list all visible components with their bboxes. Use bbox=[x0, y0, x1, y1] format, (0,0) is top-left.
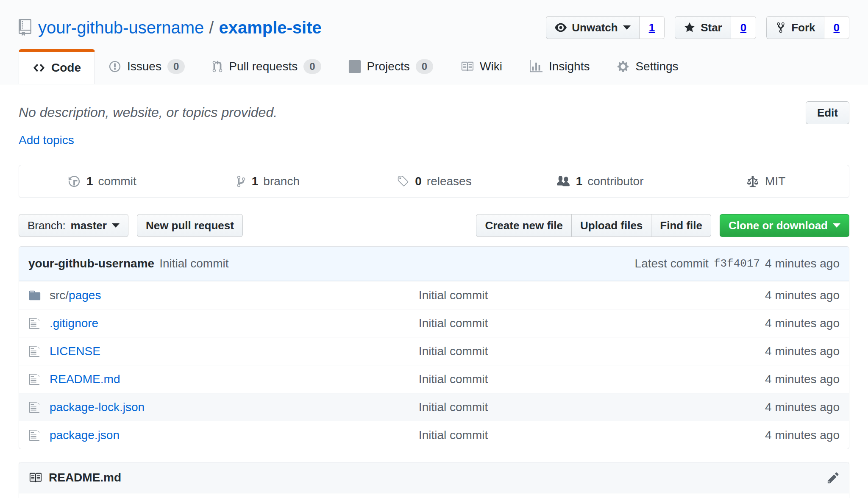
commit-sha-link[interactable]: f3f4017 bbox=[714, 257, 760, 270]
fork-count[interactable]: 0 bbox=[824, 16, 849, 39]
table-row: README.md Initial commit 4 minutes ago bbox=[19, 365, 849, 393]
tab-pull-requests[interactable]: Pull requests 0 bbox=[198, 49, 334, 84]
unwatch-button[interactable]: Unwatch bbox=[546, 16, 639, 39]
tab-insights[interactable]: Insights bbox=[516, 49, 604, 84]
fork-button[interactable]: Fork bbox=[766, 16, 824, 39]
table-row: package-lock.json Initial commit 4 minut… bbox=[19, 393, 849, 421]
commit-message-link[interactable]: Initial commit bbox=[419, 428, 488, 442]
commit-author-link[interactable]: your-github-username bbox=[28, 257, 154, 270]
commit-message-link[interactable]: Initial commit bbox=[419, 345, 488, 358]
chevron-down-icon bbox=[833, 223, 840, 228]
unwatch-label: Unwatch bbox=[572, 22, 618, 33]
law-icon bbox=[746, 175, 759, 188]
file-icon bbox=[28, 317, 50, 330]
commit-message-link[interactable]: Initial commit bbox=[419, 373, 488, 386]
projects-count-badge: 0 bbox=[416, 59, 433, 74]
branches-stat[interactable]: 1 branch bbox=[185, 165, 351, 198]
commit-message-link[interactable]: Initial commit bbox=[419, 317, 488, 330]
file-link[interactable]: LICENSE bbox=[50, 345, 100, 358]
tab-wiki[interactable]: Wiki bbox=[447, 49, 516, 84]
pull-request-icon bbox=[212, 60, 223, 73]
tab-issues-label: Issues bbox=[127, 60, 161, 73]
add-topics-link[interactable]: Add topics bbox=[19, 134, 74, 147]
file-age: 4 minutes ago bbox=[712, 345, 840, 358]
gear-icon bbox=[617, 60, 629, 73]
find-file-button[interactable]: Find file bbox=[651, 214, 711, 237]
readme-section: README.md bbox=[19, 462, 849, 498]
tag-icon bbox=[396, 175, 409, 188]
pencil-icon[interactable] bbox=[827, 471, 840, 484]
file-link[interactable]: README.md bbox=[50, 373, 120, 386]
edit-button[interactable]: Edit bbox=[806, 101, 849, 124]
folder-path-prefix: src/ bbox=[50, 289, 69, 302]
star-count[interactable]: 0 bbox=[731, 16, 756, 39]
project-icon bbox=[348, 60, 361, 73]
file-table: your-github-username Initial commit Late… bbox=[19, 246, 849, 449]
repo-icon bbox=[19, 19, 31, 36]
tab-issues[interactable]: Issues 0 bbox=[95, 49, 198, 84]
file-age: 4 minutes ago bbox=[712, 289, 840, 302]
repo-stats-bar: 1 commit 1 branch 0 releases 1 contribut… bbox=[19, 165, 849, 198]
fork-icon bbox=[775, 22, 786, 33]
repo-description: No description, website, or topics provi… bbox=[19, 101, 277, 120]
commits-label: commit bbox=[98, 175, 136, 188]
commit-message-link[interactable]: Initial commit bbox=[419, 289, 488, 302]
branch-prefix-label: Branch: bbox=[28, 220, 66, 231]
branches-label: branch bbox=[263, 175, 300, 188]
file-link[interactable]: pages bbox=[69, 289, 101, 302]
book-icon bbox=[460, 60, 474, 73]
commit-time: 4 minutes ago bbox=[765, 257, 840, 270]
releases-label: releases bbox=[427, 175, 472, 188]
upload-files-button[interactable]: Upload files bbox=[571, 214, 651, 237]
file-actions-group: Create new file Upload files Find file bbox=[476, 214, 711, 237]
folder-icon bbox=[28, 289, 50, 302]
branch-select-button[interactable]: Branch: master bbox=[19, 214, 128, 237]
repo-social-actions: Unwatch 1 Star 0 bbox=[546, 16, 849, 39]
commits-stat[interactable]: 1 commit bbox=[19, 165, 185, 198]
code-icon bbox=[33, 61, 45, 74]
file-icon bbox=[28, 401, 50, 414]
repo-title: your-github-username / example-site bbox=[38, 18, 322, 37]
latest-commit-bar: your-github-username Initial commit Late… bbox=[19, 247, 849, 281]
license-stat[interactable]: MIT bbox=[683, 165, 849, 198]
table-row: .gitignore Initial commit 4 minutes ago bbox=[19, 309, 849, 337]
chevron-down-icon bbox=[623, 25, 631, 30]
tab-code-label: Code bbox=[51, 61, 81, 75]
tab-projects[interactable]: Projects 0 bbox=[335, 49, 447, 84]
contributors-stat[interactable]: 1 contributor bbox=[517, 165, 683, 198]
pull-requests-count-badge: 0 bbox=[303, 59, 321, 74]
releases-stat[interactable]: 0 releases bbox=[351, 165, 517, 198]
repo-name-link[interactable]: example-site bbox=[219, 18, 321, 37]
file-icon bbox=[28, 429, 50, 442]
clone-or-download-button[interactable]: Clone or download bbox=[720, 214, 849, 237]
clone-label: Clone or download bbox=[729, 220, 828, 231]
file-link[interactable]: package.json bbox=[50, 428, 120, 442]
repo-nav: Code Issues 0 Pull requests 0 P bbox=[19, 49, 849, 84]
star-button[interactable]: Star bbox=[675, 16, 731, 39]
contributors-label: contributor bbox=[587, 175, 643, 188]
tab-code[interactable]: Code bbox=[19, 49, 95, 84]
table-row: LICENSE Initial commit 4 minutes ago bbox=[19, 337, 849, 365]
page-head: your-github-username / example-site Unwa… bbox=[0, 0, 868, 84]
book-icon bbox=[28, 471, 42, 484]
table-row: src/pages Initial commit 4 minutes ago bbox=[19, 281, 849, 309]
readme-body bbox=[19, 493, 849, 498]
fork-group: Fork 0 bbox=[766, 16, 849, 39]
file-link[interactable]: .gitignore bbox=[50, 317, 98, 330]
license-label: MIT bbox=[765, 175, 785, 188]
people-icon bbox=[556, 175, 570, 188]
branches-count: 1 bbox=[252, 175, 259, 188]
commit-message-link[interactable]: Initial commit bbox=[159, 257, 228, 270]
create-new-file-button[interactable]: Create new file bbox=[476, 214, 572, 237]
repo-owner-link[interactable]: your-github-username bbox=[38, 18, 204, 37]
watch-count[interactable]: 1 bbox=[640, 16, 665, 39]
file-icon bbox=[28, 373, 50, 386]
new-pull-request-button[interactable]: New pull request bbox=[137, 214, 243, 237]
history-icon bbox=[68, 175, 81, 188]
branch-name-label: master bbox=[71, 220, 107, 231]
commit-message-link[interactable]: Initial commit bbox=[419, 401, 488, 414]
file-link[interactable]: package-lock.json bbox=[50, 401, 145, 414]
tab-settings[interactable]: Settings bbox=[603, 49, 692, 84]
commits-count: 1 bbox=[86, 175, 93, 188]
file-icon bbox=[28, 345, 50, 358]
